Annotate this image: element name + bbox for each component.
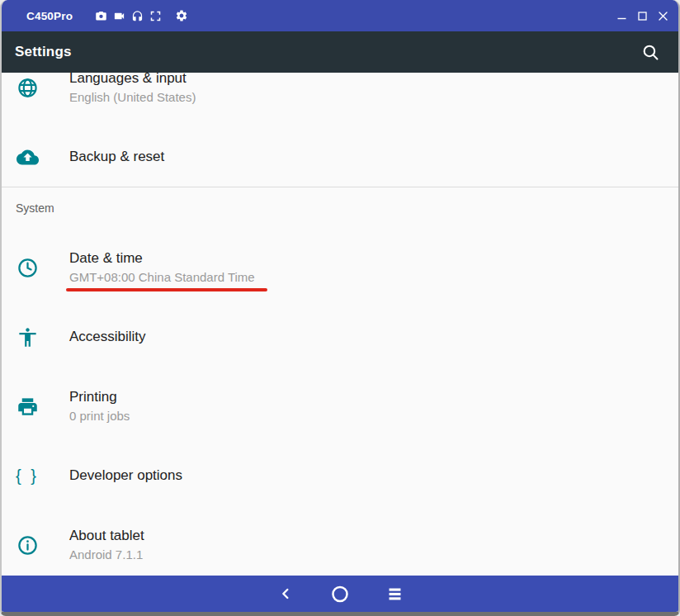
camera-icon[interactable] (95, 10, 107, 22)
window-titlebar[interactable]: C450Pro (2, 0, 678, 31)
info-icon (16, 534, 39, 557)
section-label: System (16, 201, 54, 215)
page-title: Settings (15, 44, 72, 60)
item-title: Languages & input (69, 73, 196, 87)
item-title: Date & time (69, 250, 255, 267)
maximize-button[interactable] (636, 10, 648, 21)
item-title: Developer options (69, 467, 182, 484)
code-braces-icon: { } (16, 467, 39, 486)
emulator-toolbar (95, 9, 188, 22)
accessibility-icon (16, 326, 39, 348)
settings-item-printing[interactable]: Printing 0 print jobs (2, 367, 678, 446)
settings-item-date-time[interactable]: Date & time GMT+08:00 China Standard Tim… (2, 228, 678, 307)
gear-icon[interactable] (175, 9, 188, 22)
window-controls (616, 10, 668, 21)
settings-action-bar: Settings (2, 31, 678, 73)
cloud-backup-icon (16, 146, 39, 168)
settings-item-about-tablet[interactable]: About tablet Android 7.1.1 (2, 505, 678, 576)
headphones-icon[interactable] (131, 10, 144, 22)
settings-item-developer-options[interactable]: { } Developer options (2, 446, 678, 505)
settings-item-backup-reset[interactable]: Backup & reset (2, 127, 678, 187)
item-subtitle: GMT+08:00 China Standard Time (69, 270, 255, 285)
close-button[interactable] (657, 10, 668, 21)
item-subtitle: English (United States) (69, 90, 196, 105)
emulator-window: C450Pro Settings Languages & input Engli… (0, 0, 680, 616)
globe-icon (16, 77, 39, 99)
search-icon[interactable] (640, 42, 661, 63)
window-title: C450Pro (26, 10, 73, 22)
minimize-button[interactable] (616, 10, 627, 21)
item-title: About tablet (69, 528, 144, 544)
printer-icon (16, 396, 39, 418)
fullscreen-icon[interactable] (149, 10, 162, 22)
video-camera-icon[interactable] (113, 10, 125, 22)
item-title: Printing (69, 389, 130, 405)
item-title: Accessibility (69, 329, 146, 345)
android-nav-bar (2, 576, 678, 612)
recents-button[interactable] (385, 585, 404, 603)
annotation-red-underline (66, 288, 267, 291)
item-subtitle: Android 7.1.1 (69, 547, 144, 562)
item-subtitle: 0 print jobs (69, 409, 130, 424)
settings-item-accessibility[interactable]: Accessibility (2, 307, 678, 367)
section-header: System (2, 187, 678, 228)
settings-list: Languages & input English (United States… (2, 73, 678, 576)
settings-item-languages-input[interactable]: Languages & input English (United States… (2, 73, 678, 127)
back-button[interactable] (276, 585, 295, 603)
home-button[interactable] (331, 585, 349, 603)
item-title: Backup & reset (69, 149, 164, 165)
clock-icon (16, 257, 39, 279)
